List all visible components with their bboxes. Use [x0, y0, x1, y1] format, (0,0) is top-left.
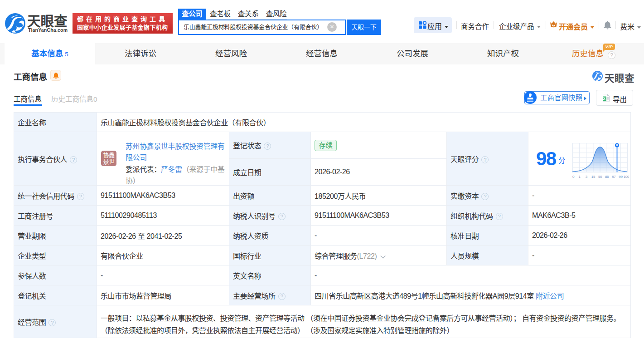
svg-text:99: 99: [619, 175, 623, 179]
svg-text:3: 3: [586, 175, 588, 179]
svg-text:15: 15: [591, 175, 596, 179]
svg-text:100: 100: [624, 175, 629, 179]
svg-text:85: 85: [605, 175, 609, 179]
svg-text:97: 97: [612, 175, 616, 179]
svg-text:50: 50: [598, 175, 602, 179]
svg-text:1: 1: [579, 175, 581, 179]
svg-text:0: 0: [572, 175, 575, 179]
